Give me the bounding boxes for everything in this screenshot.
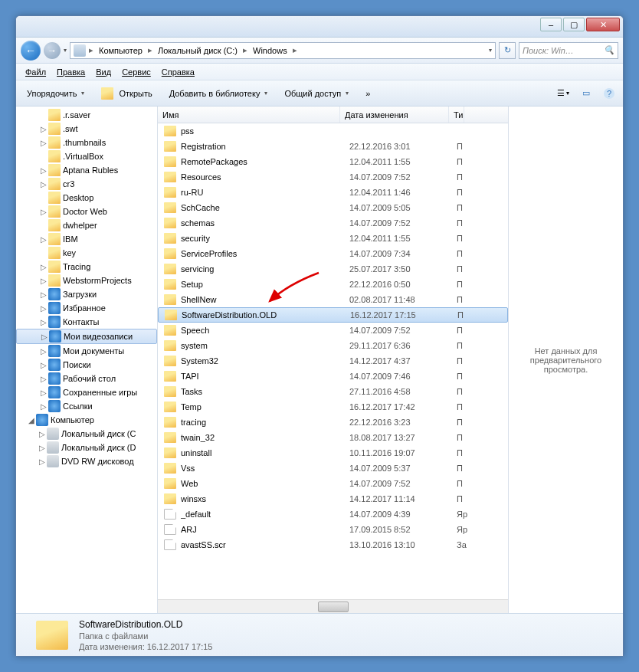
table-row[interactable]: ServiceProfiles14.07.2009 7:34П (158, 246, 508, 261)
minimize-button[interactable]: – (540, 18, 562, 31)
tree-item[interactable]: ▷Мои видеозаписи (16, 329, 157, 344)
table-row[interactable]: Tasks27.11.2016 4:58П (158, 384, 508, 399)
col-type[interactable]: Ти (449, 107, 464, 123)
table-row[interactable]: twain_3218.08.2017 13:27П (158, 430, 508, 445)
refresh-button[interactable]: ↻ (499, 42, 516, 59)
history-dropdown[interactable]: ▾ (64, 47, 67, 54)
expand-icon[interactable]: ▷ (40, 333, 49, 341)
file-rows[interactable]: pssRegistration22.12.2016 3:01ПRemotePac… (158, 123, 508, 599)
table-row[interactable]: Resources14.07.2009 7:52П (158, 169, 508, 185)
horizontal-scrollbar[interactable] (158, 599, 508, 613)
chevron-down-icon[interactable]: ▾ (489, 47, 492, 54)
table-row[interactable]: TAPI14.07.2009 7:46П (158, 369, 508, 384)
close-button[interactable]: ✕ (586, 18, 620, 31)
crumb-drive[interactable]: Локальный диск (C:) (156, 45, 240, 56)
maximize-button[interactable]: ▢ (563, 18, 585, 31)
search-input[interactable]: Поиск: Win… 🔍 (519, 42, 618, 59)
table-row[interactable]: Registration22.12.2016 3:01П (158, 139, 508, 154)
tree-item[interactable]: Desktop (16, 191, 157, 205)
open-button[interactable]: Открыть (95, 85, 158, 102)
table-row[interactable]: ARJ17.09.2015 8:52Яр (158, 522, 508, 537)
tree-item[interactable]: ▷Сохраненные игры (16, 385, 157, 399)
expand-icon[interactable]: ▷ (39, 388, 48, 397)
tree-item[interactable]: ▷IBM (16, 232, 157, 246)
expand-icon[interactable]: ◢ (27, 416, 36, 425)
expand-icon[interactable]: ▷ (39, 402, 48, 411)
crumb-computer[interactable]: Компьютер (97, 45, 145, 56)
tree-item[interactable]: ▷Загрузки (16, 287, 157, 301)
expand-icon[interactable]: ▷ (39, 166, 48, 175)
expand-icon[interactable]: ▷ (38, 457, 47, 466)
table-row[interactable]: servicing25.07.2017 3:50П (158, 261, 508, 277)
menu-tools[interactable]: Сервис (117, 66, 156, 78)
table-row[interactable]: System3214.12.2017 4:37П (158, 353, 508, 369)
tree-item[interactable]: ▷Избранное (16, 301, 157, 315)
table-row[interactable]: Web14.07.2009 7:52П (158, 476, 508, 491)
table-row[interactable]: tracing22.12.2016 3:23П (158, 415, 508, 430)
table-row[interactable]: pss (158, 123, 508, 139)
table-row[interactable]: RemotePackages12.04.2011 1:55П (158, 154, 508, 169)
tree-item[interactable]: ▷Tracing (16, 260, 157, 274)
table-row[interactable]: ShellNew02.08.2017 11:48П (158, 292, 508, 307)
expand-icon[interactable]: ▷ (39, 375, 48, 383)
expand-icon[interactable]: ▷ (39, 139, 48, 147)
forward-button[interactable]: → (44, 42, 61, 59)
table-row[interactable]: Setup22.12.2016 0:50П (158, 277, 508, 292)
share-button[interactable]: Общий доступ (278, 87, 355, 100)
expand-icon[interactable]: ▷ (38, 430, 47, 438)
tree-item[interactable]: ▷.swt (16, 122, 157, 136)
col-name[interactable]: Имя (158, 107, 340, 123)
tree-item[interactable]: key (16, 246, 157, 260)
table-row[interactable]: system29.11.2017 6:36П (158, 338, 508, 353)
menu-file[interactable]: Файл (21, 66, 51, 78)
menu-edit[interactable]: Правка (52, 66, 90, 78)
table-row[interactable]: Temp16.12.2017 17:42П (158, 399, 508, 415)
table-row[interactable]: winsxs14.12.2017 11:14П (158, 491, 508, 506)
table-row[interactable]: Speech14.07.2009 7:52П (158, 323, 508, 338)
tree-item[interactable]: ▷Aptana Rubles (16, 163, 157, 177)
table-row[interactable]: uninstall10.11.2016 19:07П (158, 445, 508, 461)
crumb-folder[interactable]: Windows (251, 45, 290, 56)
tree-item[interactable]: dwhelper (16, 218, 157, 232)
preview-pane-button[interactable]: ▭ (577, 85, 595, 102)
expand-icon[interactable]: ▷ (39, 263, 48, 271)
table-row[interactable]: ru-RU12.04.2011 1:46П (158, 185, 508, 200)
scroll-thumb[interactable] (318, 602, 349, 612)
table-row[interactable]: security12.04.2011 1:55П (158, 231, 508, 246)
view-mode-button[interactable]: ☰▾ (554, 85, 572, 102)
expand-icon[interactable]: ▷ (39, 277, 48, 285)
add-library-button[interactable]: Добавить в библиотеку (163, 87, 274, 100)
tree-item[interactable]: .VirtualBox (16, 149, 157, 163)
tree-item[interactable]: ◢Компьютер (16, 413, 157, 427)
table-row[interactable]: _default14.07.2009 4:39Яр (158, 506, 508, 522)
expand-icon[interactable]: ▷ (39, 347, 48, 356)
navigation-tree[interactable]: .r.saver▷.swt▷.thumbnails.VirtualBox▷Apt… (16, 107, 158, 613)
expand-icon[interactable]: ▷ (39, 304, 48, 313)
tree-item[interactable]: ▷cr3 (16, 177, 157, 191)
tree-item[interactable]: ▷.thumbnails (16, 136, 157, 149)
help-button[interactable]: ? (600, 85, 618, 102)
breadcrumb[interactable]: ▸ Компьютер ▸ Локальный диск (C:) ▸ Wind… (70, 42, 496, 59)
tree-item[interactable]: ▷Ссылки (16, 399, 157, 413)
tree-item[interactable]: ▷WebstormProjects (16, 274, 157, 287)
expand-icon[interactable]: ▷ (39, 208, 48, 216)
table-row[interactable]: Vss14.07.2009 5:37П (158, 461, 508, 476)
tree-item[interactable]: ▷Мои документы (16, 344, 157, 358)
expand-icon[interactable]: ▷ (39, 361, 48, 369)
tree-item[interactable]: ▷Поиски (16, 358, 157, 372)
tree-item[interactable]: ▷Локальный диск (D (16, 441, 157, 454)
table-row[interactable]: SoftwareDistribution.OLD16.12.2017 17:15… (158, 307, 508, 323)
tree-item[interactable]: ▷Контакты (16, 315, 157, 329)
organize-button[interactable]: Упорядочить (21, 87, 90, 100)
menu-view[interactable]: Вид (91, 66, 116, 78)
tree-item[interactable]: ▷DVD RW дисковод (16, 454, 157, 468)
tree-item[interactable]: ▷Локальный диск (C (16, 427, 157, 441)
back-button[interactable]: ← (21, 41, 41, 61)
expand-icon[interactable]: ▷ (38, 444, 47, 452)
tree-item[interactable]: .r.saver (16, 108, 157, 122)
expand-icon[interactable]: ▷ (39, 125, 48, 133)
expand-icon[interactable]: ▷ (39, 235, 48, 244)
more-button[interactable]: » (359, 87, 376, 100)
tree-item[interactable]: ▷Рабочий стол (16, 372, 157, 385)
table-row[interactable]: SchCache14.07.2009 5:05П (158, 200, 508, 215)
